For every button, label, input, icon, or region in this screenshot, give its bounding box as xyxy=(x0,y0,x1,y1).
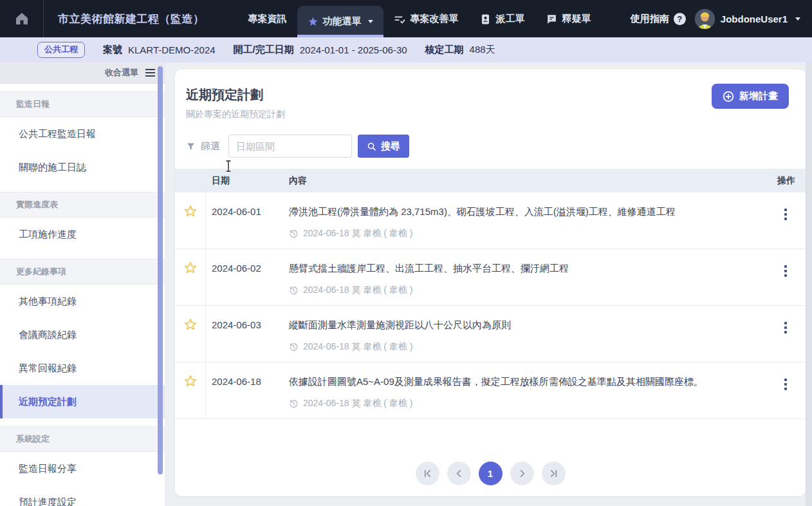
history-clock-icon xyxy=(289,342,299,352)
date-range-input[interactable] xyxy=(228,135,352,158)
case-number-group: 案號 KLART-DEMO-2024 xyxy=(103,44,216,56)
case-number-label: 案號 xyxy=(103,44,122,56)
page-1-button[interactable]: 1 xyxy=(479,462,503,485)
page-subtitle: 關於專案的近期預定計劃 xyxy=(186,109,789,120)
row-actions-cell xyxy=(766,362,806,418)
row-content-cell: 懸臂式擋土牆護岸工程、出流工工程、抽水平台工程、攔汙網工程 2024-06-18… xyxy=(289,249,766,305)
star-favorite-icon[interactable] xyxy=(183,374,198,388)
nav-project-info[interactable]: 專案資訊 xyxy=(238,0,297,37)
user-guide-label: 使用指南 xyxy=(631,13,669,25)
header-date: 日期 xyxy=(206,175,289,187)
star-icon xyxy=(308,16,318,27)
row-actions-menu[interactable] xyxy=(782,377,789,418)
row-content-link[interactable]: 依據設計圖圖號A5~A-09及測量成果報告書，擬定工程放樣所需佈設之基準點及其相… xyxy=(289,376,759,388)
avatar xyxy=(695,9,715,29)
username: JobdoneUser1 xyxy=(721,14,788,24)
nav-label: 功能選單 xyxy=(323,15,362,28)
top-navigation-bar: 市立美術館新建工程（監造） 專案資訊 功能選單 專案改善單 派工單 xyxy=(0,0,812,37)
sidebar-item[interactable]: 工項施作進度 xyxy=(0,218,165,251)
checklist-icon xyxy=(394,13,406,25)
project-dates-value: 2024-01-01 - 2025-06-30 xyxy=(300,44,407,55)
chevron-down-icon xyxy=(795,17,800,21)
window-scrollbar[interactable] xyxy=(806,62,812,506)
row-meta: 2024-06-18 莫 韋樵 ( 韋樵 ) xyxy=(289,285,759,305)
project-title: 市立美術館新建工程（監造） xyxy=(58,12,205,26)
row-actions-cell xyxy=(766,249,806,305)
table-header: 日期 內容 操作 xyxy=(175,169,806,192)
star-favorite-icon[interactable] xyxy=(183,204,198,218)
row-actions-menu[interactable] xyxy=(782,320,789,362)
sidebar-scrollbar-thumb[interactable] xyxy=(158,66,163,474)
row-meta-text: 2024-06-18 莫 韋樵 ( 韋樵 ) xyxy=(303,341,412,353)
table-row: 2024-06-03 縱斷面測量水準測量施測視距以八十公尺以內為原則 2024-… xyxy=(175,306,806,362)
approved-duration-label: 核定工期 xyxy=(425,44,464,56)
next-page-button[interactable] xyxy=(510,462,534,485)
collapse-menu-button[interactable]: 收合選單 xyxy=(0,62,165,84)
row-date: 2024-06-18 xyxy=(206,362,289,418)
history-clock-icon xyxy=(289,229,299,239)
last-page-button[interactable] xyxy=(542,462,566,485)
plans-table: 日期 內容 操作 2024-06-01 滯洪池工程(滯洪量體約為 23,715m… xyxy=(175,169,806,419)
sidebar-item[interactable]: 其他事項紀錄 xyxy=(0,285,165,318)
user-menu[interactable]: JobdoneUser1 xyxy=(695,9,800,29)
prev-page-button[interactable] xyxy=(447,462,471,485)
search-button[interactable]: 搜尋 xyxy=(358,135,409,158)
row-content-cell: 縱斷面測量水準測量施測視距以八十公尺以內為原則 2024-06-18 莫 韋樵 … xyxy=(289,306,766,362)
favorite-cell xyxy=(175,192,206,248)
sidebar-sections: 監造日報公共工程監造日報關聯的施工日誌實際進度表工項施作進度更多紀錄事項其他事項… xyxy=(0,91,165,506)
row-meta: 2024-06-18 莫 韋樵 ( 韋樵 ) xyxy=(289,341,759,362)
filter-row: 篩選 搜尋 xyxy=(186,135,806,158)
home-icon xyxy=(14,11,30,26)
search-icon xyxy=(367,142,376,151)
star-favorite-icon[interactable] xyxy=(183,317,198,332)
row-actions-menu[interactable] xyxy=(782,207,789,248)
sidebar-item[interactable]: 近期預定計劃 xyxy=(0,385,165,418)
case-number-value: KLART-DEMO-2024 xyxy=(128,44,216,55)
sidebar-item[interactable]: 監造日報分享 xyxy=(0,452,165,485)
question-circle-icon: ? xyxy=(674,13,686,25)
first-page-icon xyxy=(423,469,432,478)
id-badge-icon xyxy=(479,13,492,25)
nav-clarification-sheet[interactable]: 釋疑單 xyxy=(535,0,602,37)
nav-label: 釋疑單 xyxy=(562,13,591,25)
row-meta: 2024-06-18 莫 韋樵 ( 韋樵 ) xyxy=(289,398,759,418)
nav-dispatch-sheet[interactable]: 派工單 xyxy=(469,0,535,37)
table-row: 2024-06-02 懸臂式擋土牆護岸工程、出流工工程、抽水平台工程、攔汙網工程… xyxy=(175,249,806,306)
row-content-link[interactable]: 懸臂式擋土牆護岸工程、出流工工程、抽水平台工程、攔汙網工程 xyxy=(289,263,759,275)
row-actions-menu[interactable] xyxy=(782,263,789,305)
sidebar-item[interactable]: 會議商談紀錄 xyxy=(0,318,165,351)
sidebar-item[interactable]: 公共工程監造日報 xyxy=(0,117,165,151)
header-actions: 操作 xyxy=(766,175,806,187)
table-body: 2024-06-01 滯洪池工程(滯洪量體約為 23,715m3)、砌石護坡工程… xyxy=(175,192,806,419)
row-date: 2024-06-01 xyxy=(206,192,289,248)
filter-label: 篩選 xyxy=(201,140,220,153)
sidebar-item[interactable]: 關聯的施工日誌 xyxy=(0,151,165,184)
history-clock-icon xyxy=(289,399,299,409)
nav-improvement-sheet[interactable]: 專案改善單 xyxy=(383,0,469,37)
star-favorite-icon[interactable] xyxy=(183,261,198,275)
sidebar-item[interactable]: 異常回報紀錄 xyxy=(0,351,165,385)
top-nav: 專案資訊 功能選單 專案改善單 派工單 xyxy=(238,0,602,37)
user-guide-link[interactable]: 使用指南 ? xyxy=(631,13,686,25)
nav-function-menu[interactable]: 功能選單 xyxy=(297,6,383,37)
row-date: 2024-06-03 xyxy=(206,306,289,362)
row-meta: 2024-06-18 莫 韋樵 ( 韋樵 ) xyxy=(289,228,759,248)
home-button[interactable] xyxy=(0,0,44,37)
row-content-link[interactable]: 縱斷面測量水準測量施測視距以八十公尺以內為原則 xyxy=(289,319,759,332)
sidebar-item[interactable]: 預計進度設定 xyxy=(0,485,165,506)
recent-plans-panel: 近期預定計劃 關於專案的近期預定計劃 新增計畫 篩選 搜尋 日期 xyxy=(175,70,806,496)
history-clock-icon xyxy=(289,286,299,295)
favorite-cell xyxy=(175,362,206,418)
table-row: 2024-06-18 依據設計圖圖號A5~A-09及測量成果報告書，擬定工程放樣… xyxy=(175,362,806,419)
row-content-link[interactable]: 滯洪池工程(滯洪量體約為 23,715m3)、砌石護坡工程、入流工(溢洪堰)工程… xyxy=(289,206,759,218)
prev-page-icon xyxy=(454,469,464,478)
chat-bubble-icon xyxy=(546,13,558,25)
project-info-bar: 公共工程 案號 KLART-DEMO-2024 開工/完工日期 2024-01-… xyxy=(0,37,812,62)
filter-label-group: 篩選 xyxy=(186,140,220,153)
add-plan-button[interactable]: 新增計畫 xyxy=(712,84,789,109)
row-content-cell: 滯洪池工程(滯洪量體約為 23,715m3)、砌石護坡工程、入流工(溢洪堰)工程… xyxy=(289,192,766,248)
public-works-badge: 公共工程 xyxy=(37,42,85,58)
first-page-button[interactable] xyxy=(416,462,439,485)
sidebar: 收合選單 監造日報公共工程監造日報關聯的施工日誌實際進度表工項施作進度更多紀錄事… xyxy=(0,62,165,506)
table-row: 2024-06-01 滯洪池工程(滯洪量體約為 23,715m3)、砌石護坡工程… xyxy=(175,192,806,249)
